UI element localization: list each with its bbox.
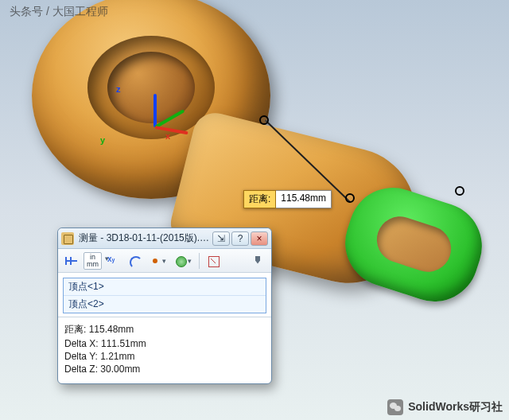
chart-icon — [207, 255, 220, 267]
dimension-callout[interactable]: 距离: 115.48mm — [243, 190, 332, 208]
globe-icon — [174, 255, 187, 267]
axis-z-label: z — [116, 84, 121, 94]
axis-y-label: y — [100, 135, 105, 145]
axis-x-label: x — [165, 131, 170, 141]
result-distance: 距离: 115.48mm — [64, 322, 265, 337]
dimension-callout-value: 115.48mm — [276, 190, 332, 208]
chevron-down-icon: ▾ — [188, 257, 192, 265]
pin-icon — [251, 255, 264, 267]
measure-tool-panel[interactable]: 测量 - 3D18-01-11-(2015版).SL... ⇲ ? × in m… — [57, 228, 272, 384]
selection-item[interactable]: 顶点<2> — [64, 296, 266, 313]
xyz-delta-button[interactable]: xy — [105, 252, 122, 270]
measure-icon — [61, 232, 74, 245]
arc-icon — [128, 255, 141, 267]
wechat-icon — [387, 399, 403, 415]
selection-list[interactable]: 顶点<1> 顶点<2> — [63, 278, 266, 313]
results-box[interactable]: 距离: 115.48mm Delta X: 111.51mm Delta Y: … — [58, 317, 271, 383]
projected-on-button[interactable]: ▾ — [172, 252, 194, 270]
panel-close-button[interactable]: × — [251, 231, 268, 246]
axis-x — [155, 126, 188, 134]
result-delta-x: Delta X: 111.51mm — [64, 337, 265, 350]
panel-collapse-button[interactable]: ⇲ — [212, 231, 230, 246]
pin-panel-button[interactable] — [249, 252, 266, 270]
point-icon — [149, 255, 161, 267]
history-graph-button[interactable] — [204, 252, 222, 270]
measure-point-2[interactable] — [455, 186, 464, 196]
units-dropdown[interactable]: in mm ▾ — [84, 252, 102, 270]
xyz-icon: xy — [107, 255, 120, 267]
panel-title: 测量 - 3D18-01-11-(2015版).SL... — [79, 231, 211, 245]
result-delta-z: Delta Z: 30.00mm — [64, 363, 265, 375]
watermark-text: SolidWorks研习社 — [408, 400, 503, 414]
result-delta-y: Delta Y: 1.21mm — [64, 350, 265, 363]
chevron-down-icon: ▾ — [162, 257, 166, 265]
units-bottom: mm — [87, 261, 99, 268]
panel-toolbar: in mm ▾ xy ▾ ▾ — [58, 249, 271, 273]
panel-help-button[interactable]: ? — [231, 231, 249, 246]
distance-icon — [65, 255, 78, 267]
dimension-callout-label: 距离: — [243, 190, 276, 208]
arc-measure-button[interactable] — [126, 252, 143, 270]
point-measure-button[interactable]: ▾ — [146, 252, 169, 270]
toolbar-separator — [199, 253, 200, 269]
origin-triad[interactable] — [123, 94, 187, 158]
measure-point-3[interactable] — [345, 193, 355, 203]
watermark-top-left: 头条号 / 大国工程师 — [10, 5, 108, 19]
axis-z — [153, 94, 157, 127]
distance-entity-button[interactable] — [63, 252, 80, 270]
measure-point-1[interactable] — [259, 115, 269, 125]
panel-titlebar[interactable]: 测量 - 3D18-01-11-(2015版).SL... ⇲ ? × — [58, 228, 271, 249]
selection-item[interactable]: 顶点<1> — [64, 278, 266, 296]
watermark-bottom-right: SolidWorks研习社 — [387, 399, 503, 415]
